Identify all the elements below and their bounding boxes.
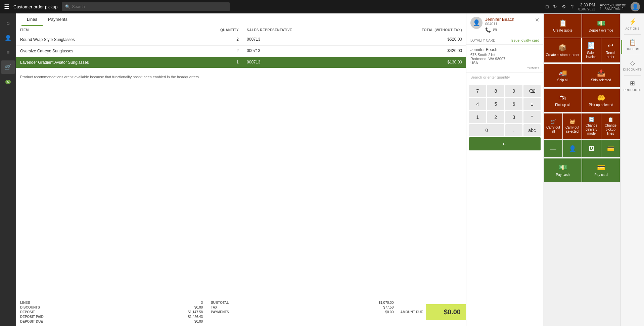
ship-selected-icon: 📤 (597, 69, 605, 77)
change-pickup-lines-button[interactable]: 📋 Change pickup lines (601, 113, 620, 139)
customer-icons: 📞 ✉ (485, 27, 532, 33)
settings-icon[interactable]: ⚙ (562, 4, 566, 9)
customer-info: Jennifer Beach 004011 📞 ✉ (485, 17, 532, 33)
action-sidebar: 📋 Create quote 💵 Deposit override 📦 Crea… (543, 13, 620, 326)
sidebar-item-menu[interactable]: ≡ (1, 46, 15, 59)
lines-table: ITEM QUANTITY SALES REPRESENTATIVE TOTAL… (16, 26, 466, 68)
active-indicator (621, 40, 622, 54)
sidebar-item-cart[interactable]: 🛒 (1, 60, 15, 74)
numpad-9[interactable]: 9 (505, 85, 522, 97)
help-icon[interactable]: ? (571, 4, 573, 9)
sidebar-item-products[interactable]: ⊞ PRODUCTS (622, 78, 643, 94)
sidebar-item-discounts[interactable]: ◇ DISCOUNTS (622, 57, 643, 73)
action-row-1: 📋 Create quote 💵 Deposit override (543, 13, 620, 38)
stat-deposit: DEPOSIT $1,147.58 (20, 310, 203, 314)
stat-deposit-due: DEPOSIT DUE $0.00 (20, 320, 203, 323)
user-avatar[interactable]: 👤 (631, 2, 640, 11)
numpad-4[interactable]: 4 (469, 98, 486, 110)
action-row-3: 🚚 Ship all 📤 Ship selected (543, 63, 620, 88)
pay-card-icon: 💳 (597, 164, 605, 172)
numpad-1[interactable]: 1 (469, 111, 486, 123)
close-button[interactable]: ✕ (535, 17, 539, 23)
create-quote-icon: 📋 (559, 19, 567, 27)
action-image-button[interactable]: 🖼 (582, 140, 601, 157)
action-row-4: 🛍 Pick up all 🤲 Pick up selected (543, 88, 620, 113)
customer-avatar: 👤 (470, 17, 482, 29)
change-delivery-mode-button[interactable]: 🔄 Change delivery mode (582, 113, 601, 139)
stat-payments: PAYMENTS $0.00 (211, 310, 394, 314)
numpad-7[interactable]: 7 (469, 85, 486, 97)
chat-icon[interactable]: □ (546, 4, 548, 9)
refresh-icon[interactable]: ↻ (553, 4, 557, 9)
table-row-selected[interactable]: Lavender Gradient Aviator Sunglasses 1 0… (16, 57, 466, 68)
col-quantity: QUANTITY (184, 26, 243, 34)
col-total: TOTAL (WITHOUT TAX) (360, 26, 466, 34)
numpad-plusminus[interactable]: ± (523, 98, 541, 110)
menu-icon[interactable]: ☰ (4, 3, 9, 10)
search-qty-area: Search or enter quantity (466, 73, 543, 82)
numpad-backspace[interactable]: ⌫ (523, 85, 541, 97)
search-input[interactable] (72, 4, 226, 9)
footer-totals-right: SUBTOTAL $1,070.00 TAX $77.58 PAYMENTS $… (207, 298, 398, 326)
sidebar-item-home[interactable]: ⌂ (1, 16, 15, 30)
minus-icon: — (550, 145, 556, 152)
pay-cash-icon: 💵 (559, 164, 567, 172)
recall-order-button[interactable]: ↩ Recall order (601, 38, 620, 62)
numpad-multiply[interactable]: * (523, 111, 541, 123)
tab-lines[interactable]: Lines (21, 13, 43, 26)
page-content: Lines Payments ITEM QUANTITY SALES REPRE… (16, 13, 644, 326)
recall-order-icon: ↩ (608, 42, 613, 50)
orders-icon: 📋 (629, 39, 636, 46)
ship-all-button[interactable]: 🚚 Ship all (544, 64, 582, 87)
numpad-2[interactable]: 2 (487, 111, 504, 123)
numpad-6[interactable]: 6 (505, 98, 522, 110)
sales-invoice-button[interactable]: 🧾 Sales invoice (582, 38, 601, 62)
recommendation-message: Product recommendations aren't available… (16, 68, 466, 86)
pickup-selected-button[interactable]: 🤲 Pick up selected (582, 89, 620, 112)
sidebar-badge: 5 (1, 75, 15, 89)
sales-invoice-icon: 🧾 (587, 42, 595, 50)
carry-out-selected-button[interactable]: 🧺 Carry out selected (563, 113, 582, 139)
footer-row: LINES 3 DISCOUNTS $0.00 DEPOSIT $1,147.5… (16, 298, 466, 326)
create-quote-button[interactable]: 📋 Create quote (544, 14, 582, 38)
sidebar-item-actions[interactable]: ⚡ ACTIONS (622, 16, 643, 32)
numpad-5[interactable]: 5 (487, 98, 504, 110)
action-card-button[interactable]: 💳 (601, 140, 620, 157)
numpad-decimal[interactable]: . (505, 124, 522, 136)
table-row[interactable]: Round Wrap Style Sunglasses 2 000713 $52… (16, 34, 466, 46)
search-bar[interactable]: 🔍 (62, 2, 230, 11)
numpad-0[interactable]: 0 (469, 124, 504, 136)
item-name: Oversize Cat-eye Sunglasses (16, 45, 184, 57)
numpad-enter[interactable]: ↵ (469, 137, 541, 150)
lines-area: ITEM QUANTITY SALES REPRESENTATIVE TOTAL… (16, 26, 466, 298)
ship-selected-button[interactable]: 📤 Ship selected (582, 64, 620, 87)
action-minus-button[interactable]: — (544, 140, 562, 157)
numpad-3[interactable]: 3 (505, 111, 522, 123)
email-icon[interactable]: ✉ (493, 27, 497, 33)
sidebar-item-customers[interactable]: 👤 (1, 31, 15, 44)
action-customer-button[interactable]: 👤 (563, 140, 582, 157)
phone-icon[interactable]: 📞 (485, 27, 491, 33)
numpad-8[interactable]: 8 (487, 85, 504, 97)
action-row-6: — 👤 🖼 💳 (543, 140, 620, 158)
stat-discounts: DISCOUNTS $0.00 (20, 306, 203, 309)
customer-name: Jennifer Beach (485, 17, 532, 22)
table-row[interactable]: Oversize Cat-eye Sunglasses 2 000713 $42… (16, 45, 466, 57)
numpad-abc[interactable]: abc (523, 124, 541, 136)
create-customer-order-button[interactable]: 📦 Create customer order (544, 38, 581, 62)
discounts-icon: ◇ (630, 59, 635, 66)
pickup-all-button[interactable]: 🛍 Pick up all (544, 89, 582, 112)
deposit-override-button[interactable]: 💵 Deposit override (582, 14, 620, 38)
tab-payments[interactable]: Payments (43, 13, 73, 26)
right-sidebar: ⚡ ACTIONS 📋 ORDERS ◇ DISCOUNTS ⊞ PRODUCT… (620, 13, 644, 326)
pay-cash-button[interactable]: 💵 Pay cash (544, 158, 582, 182)
sidebar-divider-3 (624, 75, 641, 76)
left-sidebar: ⌂ 👤 ≡ 🛒 5 (0, 13, 16, 326)
pickup-all-icon: 🛍 (559, 94, 566, 102)
sidebar-item-orders[interactable]: 📋 ORDERS (622, 37, 643, 53)
main-layout: ⌂ 👤 ≡ 🛒 5 Lines Payments ITEM QUANT (0, 13, 644, 326)
issue-loyalty-card-link[interactable]: Issue loyalty card (511, 38, 539, 42)
carry-out-all-button[interactable]: 🛒 Carry out all (544, 113, 562, 139)
pay-card-button[interactable]: 💳 Pay card (582, 158, 620, 182)
item-name-selected: Lavender Gradient Aviator Sunglasses (16, 57, 184, 68)
